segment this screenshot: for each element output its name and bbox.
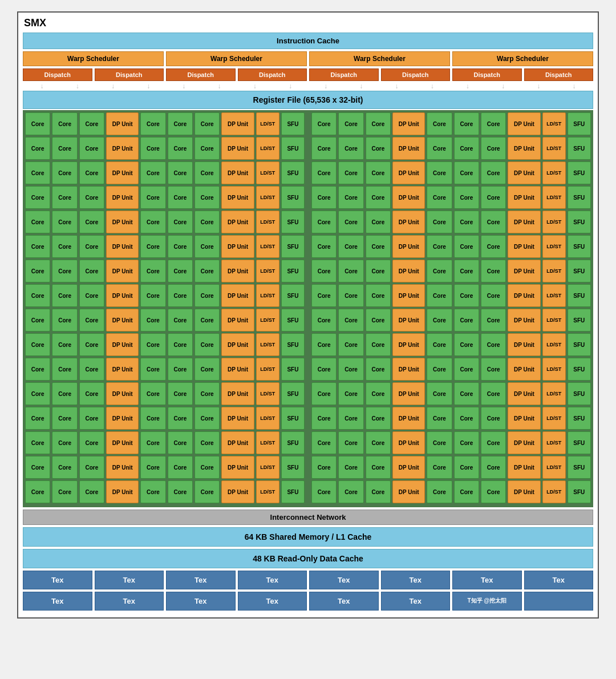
dp-cell: DP Unit: [392, 456, 425, 479]
core-cell: Core: [79, 309, 104, 332]
dp-cell: DP Unit: [392, 480, 425, 503]
core-cell: Core: [311, 161, 337, 184]
warp-scheduler-1: Warp Scheduler: [23, 51, 164, 66]
core-cell: Core: [311, 235, 337, 258]
sfu-cell: SFU: [568, 309, 591, 332]
tex-11: Tex: [166, 592, 236, 611]
ldst-cell: LD/ST: [542, 333, 566, 356]
dp-cell: DP Unit: [392, 284, 425, 307]
core-cell: Core: [168, 431, 193, 454]
tex-6: Tex: [381, 571, 451, 589]
core-cell: Core: [338, 407, 363, 430]
core-cell: Core: [311, 260, 337, 282]
dp-cell: DP Unit: [221, 161, 254, 184]
core-cell: Core: [311, 456, 337, 479]
core-cell: Core: [338, 235, 363, 258]
core-cell: Core: [52, 431, 77, 454]
core-row: CoreCoreCoreDP UnitCoreCoreCoreDP UnitLD…: [25, 382, 591, 405]
dispatch-4: Dispatch: [238, 68, 307, 81]
core-row: CoreCoreCoreDP UnitCoreCoreCoreDP UnitLD…: [25, 333, 591, 356]
core-cell: Core: [311, 480, 337, 503]
dp-cell: DP Unit: [221, 309, 254, 332]
dp-cell: DP Unit: [392, 235, 425, 258]
core-cell: Core: [194, 112, 220, 135]
core-cell: Core: [338, 137, 363, 160]
core-cell: Core: [481, 211, 506, 233]
core-cell: Core: [194, 260, 220, 282]
core-cell: Core: [366, 309, 391, 332]
dispatch-1: Dispatch: [23, 68, 92, 81]
core-cell: Core: [25, 161, 50, 184]
core-cell: Core: [168, 284, 193, 307]
dp-cell: DP Unit: [392, 382, 425, 405]
core-cell: Core: [79, 456, 104, 479]
sfu-cell: SFU: [281, 456, 305, 479]
core-cell: Core: [311, 382, 337, 405]
dp-cell: DP Unit: [106, 284, 139, 307]
sfu-cell: SFU: [568, 186, 591, 209]
ldst-cell: LD/ST: [542, 480, 566, 503]
ldst-cell: LD/ST: [542, 112, 566, 135]
dp-cell: DP Unit: [392, 431, 425, 454]
core-cell: Core: [79, 186, 104, 209]
core-cell: Core: [25, 112, 50, 135]
sfu-cell: SFU: [568, 431, 591, 454]
core-cell: Core: [481, 333, 506, 356]
core-cell: Core: [366, 407, 391, 430]
core-cell: Core: [25, 309, 50, 332]
core-cell: Core: [79, 235, 104, 258]
core-cell: Core: [427, 161, 452, 184]
sfu-cell: SFU: [568, 211, 591, 233]
dp-cell: DP Unit: [106, 211, 139, 233]
tex-row-1: Tex Tex Tex Tex Tex Tex Tex Tex: [23, 571, 593, 589]
core-cell: Core: [481, 456, 506, 479]
core-cell: Core: [454, 407, 479, 430]
sfu-cell: SFU: [281, 333, 305, 356]
interconnect-network: Interconnect Network: [23, 510, 593, 525]
separator: [306, 284, 310, 307]
core-cell: Core: [338, 309, 363, 332]
core-cell: Core: [338, 161, 363, 184]
sfu-cell: SFU: [281, 407, 305, 430]
core-cell: Core: [140, 260, 165, 282]
core-cell: Core: [25, 431, 50, 454]
ldst-cell: LD/ST: [542, 284, 566, 307]
core-cell: Core: [366, 235, 391, 258]
sfu-cell: SFU: [568, 456, 591, 479]
core-row: CoreCoreCoreDP UnitCoreCoreCoreDP UnitLD…: [25, 358, 591, 381]
core-cell: Core: [194, 309, 220, 332]
tex-10: Tex: [95, 592, 164, 611]
sfu-cell: SFU: [568, 260, 591, 282]
core-cell: Core: [140, 186, 165, 209]
core-cell: Core: [454, 358, 479, 381]
core-row: CoreCoreCoreDP UnitCoreCoreCoreDP UnitLD…: [25, 260, 591, 282]
core-grid-area: CoreCoreCoreDP UnitCoreCoreCoreDP UnitLD…: [23, 110, 593, 507]
core-cell: Core: [52, 456, 77, 479]
sfu-cell: SFU: [568, 333, 591, 356]
core-cell: Core: [454, 284, 479, 307]
core-cell: Core: [481, 407, 506, 430]
core-cell: Core: [25, 407, 50, 430]
separator: [306, 211, 310, 233]
separator: [306, 112, 310, 135]
sfu-cell: SFU: [281, 309, 305, 332]
core-cell: Core: [194, 333, 220, 356]
dp-cell: DP Unit: [392, 333, 425, 356]
core-cell: Core: [194, 284, 220, 307]
dp-cell: DP Unit: [221, 456, 254, 479]
sfu-cell: SFU: [568, 284, 591, 307]
separator: [306, 260, 310, 282]
core-cell: Core: [168, 382, 193, 405]
core-cell: Core: [79, 358, 104, 381]
ldst-cell: LD/ST: [542, 407, 566, 430]
core-cell: Core: [338, 260, 363, 282]
dp-cell: DP Unit: [106, 382, 139, 405]
core-cell: Core: [454, 137, 479, 160]
core-cell: Core: [25, 284, 50, 307]
core-cell: Core: [140, 407, 165, 430]
core-cell: Core: [454, 382, 479, 405]
core-cell: Core: [168, 211, 193, 233]
core-cell: Core: [481, 161, 506, 184]
dispatch-row: Dispatch Dispatch Dispatch Dispatch Disp…: [23, 68, 593, 81]
dp-cell: DP Unit: [508, 137, 540, 160]
